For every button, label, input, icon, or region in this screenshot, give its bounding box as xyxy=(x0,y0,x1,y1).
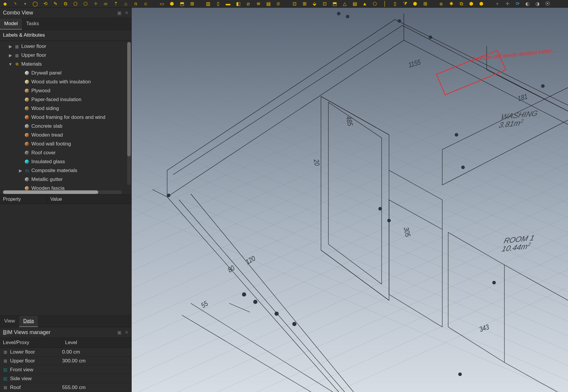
close-icon[interactable]: ✕ xyxy=(125,330,128,335)
tree-item[interactable]: ▶▥Lower floor xyxy=(2,42,131,51)
toolbar-icon[interactable]: │ xyxy=(382,1,388,7)
toolbar-icon[interactable]: ⎌ xyxy=(143,1,149,7)
toolbar-icon[interactable]: ⊞ xyxy=(301,1,308,7)
toolbar-icon[interactable]: ✱ xyxy=(448,1,454,7)
toolbar-icon[interactable]: ⬢ xyxy=(478,1,485,7)
layer-icon: ▥ xyxy=(14,53,20,58)
tree-item[interactable]: ▼⧉Materials xyxy=(2,60,131,69)
toolbar-icon[interactable]: ⧆ xyxy=(438,1,444,7)
dock-icon[interactable]: ▣ xyxy=(117,10,122,16)
model-tree[interactable]: ▶▥Lower floor▶▥Upper floor▼⧉MaterialsDry… xyxy=(0,41,131,195)
toolbar-icon[interactable]: △ xyxy=(341,1,348,7)
toolbar-icon[interactable]: ⊡ xyxy=(321,1,328,7)
toolbar-icon[interactable]: ⊞ xyxy=(189,1,195,7)
toolbar-icon[interactable]: ◯ xyxy=(32,1,38,7)
expand-arrow-icon[interactable]: ▶ xyxy=(8,53,12,58)
toolbar-icon[interactable]: ⬒ xyxy=(179,1,185,7)
toolbar-icon[interactable]: ⬢ xyxy=(468,1,475,7)
toolbar-icon[interactable]: ◐ xyxy=(524,1,531,7)
toolbar-icon[interactable]: ⬙ xyxy=(311,1,318,7)
toolbar-icon[interactable]: • xyxy=(22,1,28,7)
bim-col-level-proxy[interactable]: Level/Proxy xyxy=(0,338,62,347)
toolbar-icon[interactable]: ⌯ xyxy=(102,1,109,7)
tree-item[interactable]: Drywall panel xyxy=(2,69,131,77)
tab-data[interactable]: Data xyxy=(19,316,38,327)
toolbar-icon[interactable]: ✛ xyxy=(504,1,511,7)
tree-item[interactable]: Paper-faced insulation xyxy=(2,95,131,104)
tree-item[interactable]: Insulated glass xyxy=(2,157,131,166)
tree-item[interactable]: Wood studs with insulation xyxy=(2,77,131,86)
expand-arrow-icon[interactable]: ▶ xyxy=(18,168,22,173)
toolbar-icon[interactable]: ⬢ xyxy=(412,1,418,7)
bim-row[interactable]: ▥Roof555.00 cm xyxy=(0,383,131,392)
bim-row[interactable]: ▥Upper floor300.00 cm xyxy=(0,357,131,365)
toolbar-icon[interactable]: ▯ xyxy=(392,1,398,7)
svg-line-26 xyxy=(132,49,568,315)
toolbar-icon[interactable]: ≋ xyxy=(255,1,262,7)
tree-vertical-scrollbar[interactable] xyxy=(127,42,131,185)
toolbar-icon[interactable]: ⟳ xyxy=(514,1,521,7)
dock-icon[interactable]: ▣ xyxy=(117,330,122,335)
toolbar-icon[interactable]: ⧩ xyxy=(402,1,408,7)
toolbar-icon[interactable]: ⊡ xyxy=(291,1,298,7)
material-dot-icon xyxy=(24,177,30,182)
toolbar-icon[interactable]: ⇡ xyxy=(112,1,119,7)
toolbar-icon[interactable]: ⧄ xyxy=(245,1,251,7)
toolbar-icon[interactable]: ✧ xyxy=(92,1,99,7)
tree-item[interactable]: ▶🗀Composite materials xyxy=(2,166,131,175)
tree-horizontal-scrollbar[interactable] xyxy=(3,190,122,194)
toolbar-icon[interactable]: ⬡ xyxy=(82,1,89,7)
toolbar-icon[interactable]: ヽ xyxy=(12,1,18,7)
toolbar-icon[interactable]: ▲ xyxy=(362,1,368,7)
bim-row[interactable]: ▥Lower floor0.00 cm xyxy=(0,348,131,357)
toolbar-icon[interactable]: ◆ xyxy=(2,1,8,7)
value-col-header[interactable]: Value xyxy=(47,195,65,204)
tab-tasks[interactable]: Tasks xyxy=(22,18,43,30)
toolbar-icon[interactable]: ⎚ xyxy=(275,1,282,7)
toolbar-icon[interactable]: ⬡ xyxy=(372,1,378,7)
toolbar-icon[interactable]: ⬠ xyxy=(72,1,79,7)
tab-model[interactable]: Model xyxy=(0,18,22,30)
tree-item-label: Wood studs with insulation xyxy=(31,79,91,85)
toolbar-icon[interactable]: ◧ xyxy=(235,1,241,7)
bim-row[interactable]: ◱Side view xyxy=(0,374,131,383)
toolbar-icon[interactable]: ▯ xyxy=(215,1,221,7)
tab-view[interactable]: View xyxy=(0,316,19,327)
toolbar-icon[interactable]: ⬢ xyxy=(169,1,175,7)
tree-item[interactable]: Wooden tread xyxy=(2,131,131,140)
tree-item[interactable]: Wood siding xyxy=(2,104,131,113)
toolbar-icon[interactable]: ⬒ xyxy=(331,1,338,7)
toolbar-icon[interactable]: ▤ xyxy=(265,1,272,7)
toolbar-icon[interactable]: ✎ xyxy=(52,1,59,7)
svg-line-0 xyxy=(132,8,568,274)
bim-row[interactable]: ◱Front view xyxy=(0,365,131,374)
toolbar-icon[interactable]: ⧉ xyxy=(458,1,464,7)
tree-item[interactable]: ▶▥Upper floor xyxy=(2,51,131,60)
toolbar-icon[interactable]: n xyxy=(133,1,139,7)
toolbar-icon[interactable]: + xyxy=(494,1,501,7)
toolbar-icon[interactable]: ⦿ xyxy=(544,1,551,7)
toolbar-icon[interactable]: ⊞ xyxy=(422,1,428,7)
tree-item[interactable]: Wood wall footing xyxy=(2,140,131,148)
toolbar-icon[interactable]: ⌂ xyxy=(122,1,129,7)
bim-col-level[interactable]: Level xyxy=(62,338,80,347)
tree-item[interactable]: Metallic gutter xyxy=(2,175,131,184)
toolbar-icon[interactable]: ▤ xyxy=(351,1,358,7)
tree-item[interactable]: Plywood xyxy=(2,86,131,95)
tree-item[interactable]: Roof cover xyxy=(2,148,131,157)
tree-item-label: Drywall panel xyxy=(31,70,62,76)
toolbar-icon[interactable]: ⟲ xyxy=(42,1,49,7)
tree-item[interactable]: Wood framing for doors and wind xyxy=(2,113,131,122)
toolbar-icon[interactable]: ◑ xyxy=(534,1,541,7)
toolbar-icon[interactable]: ⧉ xyxy=(62,1,69,7)
viewport-3d[interactable]: Junction still needs detailed better... … xyxy=(132,8,568,392)
close-icon[interactable]: ✕ xyxy=(125,10,128,16)
toolbar-icon[interactable]: ▥ xyxy=(205,1,211,7)
tree-item[interactable]: Concrete slab xyxy=(2,122,131,131)
expand-arrow-icon[interactable]: ▼ xyxy=(8,62,12,67)
bim-views-title: BIM Views manager ▣ ✕ xyxy=(0,327,131,338)
toolbar-icon[interactable]: ▭ xyxy=(159,1,165,7)
expand-arrow-icon[interactable]: ▶ xyxy=(8,44,12,49)
property-col-header[interactable]: Property xyxy=(0,195,47,204)
toolbar-icon[interactable]: ▬ xyxy=(225,1,231,7)
